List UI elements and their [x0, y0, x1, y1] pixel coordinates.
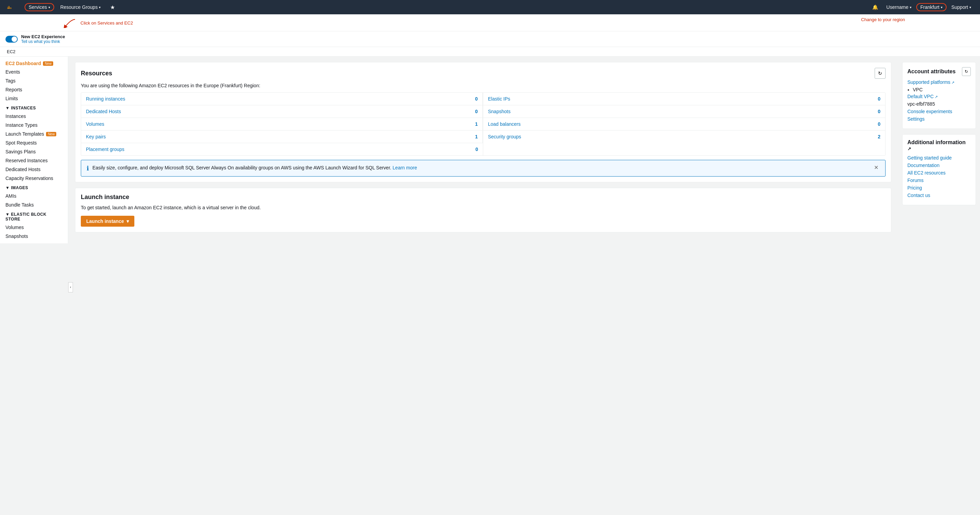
- toggle-sub-label[interactable]: Tell us what you think: [21, 39, 65, 44]
- region-button[interactable]: Frankfurt ▾: [916, 3, 947, 11]
- resource-column-left: Running instances 0 Dedicated Hosts 0 Vo…: [81, 93, 483, 156]
- sidebar-item-reports[interactable]: Reports: [0, 85, 68, 94]
- sidebar-item-volumes[interactable]: Volumes: [0, 223, 68, 232]
- right-panel: Account attributes ↻ Supported platforms…: [898, 57, 980, 515]
- forums-link[interactable]: Forums: [907, 178, 971, 183]
- sidebar-item-events[interactable]: Events: [0, 67, 68, 76]
- sidebar-item-capacity-reservations[interactable]: Capacity Reservations: [0, 174, 68, 183]
- launch-instance-button-label: Launch instance: [86, 218, 124, 224]
- resource-volumes[interactable]: Volumes 1: [81, 118, 483, 130]
- resource-dedicated-hosts-count: 0: [475, 109, 478, 114]
- additional-info-ext-icon: ↗: [907, 146, 911, 151]
- sidebar-item-launch-templates[interactable]: Launch Templates New: [0, 130, 68, 138]
- sidebar-item-snapshots[interactable]: Snapshots: [0, 232, 68, 241]
- region-label: Frankfurt: [920, 5, 939, 10]
- resource-placement-groups-link[interactable]: Placement groups: [86, 146, 124, 152]
- breadcrumb: EC2: [0, 47, 980, 57]
- resource-elastic-ips-count: 0: [878, 96, 880, 102]
- launch-instance-button[interactable]: Launch instance ▾: [81, 216, 134, 227]
- account-attributes-header: Account attributes ↻: [907, 67, 971, 76]
- settings-link[interactable]: Settings: [907, 116, 971, 122]
- sidebar-section-ebs[interactable]: ▼ ELASTIC BLOCK STORE: [0, 209, 68, 223]
- sidebar-item-instance-types[interactable]: Instance Types: [0, 121, 68, 130]
- resource-load-balancers[interactable]: Load balancers 0: [483, 118, 885, 130]
- sidebar-item-instances[interactable]: Instances: [0, 112, 68, 121]
- username-label: Username: [886, 5, 908, 10]
- new-ec2-toggle[interactable]: [5, 36, 18, 43]
- launch-instance-chevron-icon: ▾: [127, 218, 129, 224]
- sidebar-dashboard-title[interactable]: EC2 Dashboard New: [0, 59, 68, 67]
- info-banner: ℹ Easily size, configure, and deploy Mic…: [81, 160, 886, 176]
- sidebar-wrapper: EC2 Dashboard New Events Tags Reports Li…: [0, 57, 68, 515]
- resources-title: Resources: [81, 70, 112, 77]
- breadcrumb-label: EC2: [7, 49, 15, 54]
- documentation-link[interactable]: Documentation: [907, 162, 971, 168]
- resource-placement-groups-count: 0: [475, 146, 478, 152]
- resource-elastic-ips[interactable]: Elastic IPs 0: [483, 93, 885, 105]
- account-attributes-card: Account attributes ↻ Supported platforms…: [902, 62, 976, 129]
- info-learn-more-link[interactable]: Learn more: [393, 165, 417, 170]
- resource-key-pairs-count: 1: [475, 134, 478, 140]
- resource-groups-button[interactable]: Resource Groups ▾: [57, 3, 104, 11]
- resource-key-pairs-link[interactable]: Key pairs: [86, 134, 106, 140]
- contact-us-link[interactable]: Contact us: [907, 192, 971, 198]
- resource-elastic-ips-link[interactable]: Elastic IPs: [488, 96, 510, 102]
- sidebar-item-tags[interactable]: Tags: [0, 76, 68, 85]
- account-attributes-title: Account attributes: [907, 68, 955, 75]
- sidebar-item-amis[interactable]: AMIs: [0, 192, 68, 200]
- toggle-knob: [11, 37, 17, 42]
- sidebar-item-bundle-tasks[interactable]: Bundle Tasks: [0, 200, 68, 209]
- toggle-label-group: New EC2 Experience Tell us what you thin…: [21, 34, 65, 44]
- resources-card-header: Resources ↻: [81, 68, 886, 79]
- support-button[interactable]: Support ▾: [948, 3, 975, 11]
- username-button[interactable]: Username ▾: [883, 3, 915, 11]
- services-button[interactable]: Services ▾: [25, 3, 54, 11]
- getting-started-link[interactable]: Getting started guide: [907, 155, 971, 161]
- sidebar-collapse-button[interactable]: ‹: [68, 282, 73, 292]
- support-chevron-icon: ▾: [969, 5, 971, 9]
- resource-load-balancers-link[interactable]: Load balancers: [488, 121, 521, 127]
- sidebar-item-spot-requests[interactable]: Spot Requests: [0, 138, 68, 147]
- all-ec2-resources-link[interactable]: All EC2 resources: [907, 170, 971, 175]
- arrow-icon: [61, 18, 78, 28]
- resource-dedicated-hosts[interactable]: Dedicated Hosts 0: [81, 105, 483, 118]
- resource-dedicated-hosts-link[interactable]: Dedicated Hosts: [86, 109, 121, 114]
- info-banner-close-button[interactable]: ✕: [873, 164, 880, 171]
- sidebar-section-instances[interactable]: ▼ INSTANCES: [0, 103, 68, 112]
- pricing-link[interactable]: Pricing: [907, 185, 971, 191]
- region-chevron-icon: ▾: [941, 5, 942, 9]
- services-chevron-icon: ▾: [48, 5, 50, 9]
- resource-load-balancers-count: 0: [878, 121, 880, 127]
- sidebar-section-images[interactable]: ▼ IMAGES: [0, 183, 68, 192]
- top-navigation: aws Services ▾ Resource Groups ▾ ★ 🔔 Use…: [0, 0, 980, 14]
- resource-placement-groups[interactable]: Placement groups 0: [81, 143, 483, 156]
- resource-running-instances[interactable]: Running instances 0: [81, 93, 483, 105]
- sidebar-item-dedicated-hosts[interactable]: Dedicated Hosts: [0, 165, 68, 174]
- services-annotation: Click on Services and EC2: [61, 18, 133, 28]
- resource-security-groups[interactable]: Security groups 2: [483, 130, 885, 143]
- main-content: Resources ↻ You are using the following …: [68, 57, 898, 515]
- sidebar-item-limits[interactable]: Limits: [0, 94, 68, 103]
- resource-key-pairs[interactable]: Key pairs 1: [81, 130, 483, 143]
- launch-instance-description: To get started, launch an Amazon EC2 ins…: [81, 205, 886, 210]
- sidebar-item-savings-plans[interactable]: Savings Plans: [0, 147, 68, 156]
- default-vpc-link[interactable]: Default VPC: [907, 94, 971, 99]
- bookmark-button[interactable]: ★: [107, 3, 118, 12]
- sidebar-item-reserved-instances[interactable]: Reserved Instances: [0, 156, 68, 165]
- resources-refresh-button[interactable]: ↻: [875, 68, 886, 79]
- resource-security-groups-link[interactable]: Security groups: [488, 134, 521, 140]
- account-refresh-button[interactable]: ↻: [962, 67, 971, 76]
- main-layout: EC2 Dashboard New Events Tags Reports Li…: [0, 57, 980, 515]
- resource-running-instances-count: 0: [475, 96, 478, 102]
- resource-running-instances-link[interactable]: Running instances: [86, 96, 125, 102]
- sidebar-dashboard-label: EC2 Dashboard: [5, 61, 41, 66]
- supported-platforms-link[interactable]: Supported platforms: [907, 79, 971, 85]
- notifications-button[interactable]: 🔔: [869, 3, 881, 11]
- console-experiments-link[interactable]: Console experiments: [907, 109, 971, 114]
- annotation-bar: Click on Services and EC2 Change to your…: [0, 14, 980, 31]
- resource-snapshots[interactable]: Snapshots 0: [483, 105, 885, 118]
- svg-text:aws: aws: [7, 7, 11, 9]
- resource-volumes-link[interactable]: Volumes: [86, 121, 104, 127]
- resource-snapshots-link[interactable]: Snapshots: [488, 109, 511, 114]
- services-label: Services: [29, 5, 47, 10]
